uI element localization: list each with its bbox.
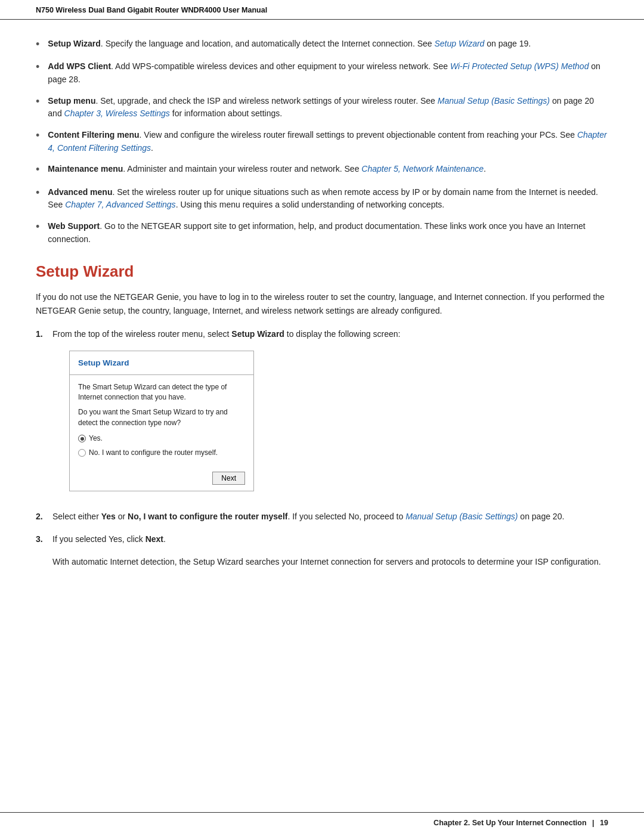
step3-sub-paragraph: With automatic Internet detection, the S… xyxy=(52,556,608,569)
step-number: 2. xyxy=(36,510,47,524)
bullet-bold: Add WPS Client xyxy=(48,61,111,71)
footer-right: Chapter 2. Set Up Your Internet Connecti… xyxy=(434,819,608,827)
list-item: • Content Filtering menu. View and confi… xyxy=(36,129,608,154)
step-text: From the top of the wireless router menu… xyxy=(52,328,608,501)
bullet-text: Advanced menu. Set the wireless router u… xyxy=(48,186,608,212)
bullet-bold: Web Support xyxy=(48,221,100,231)
radio-no-icon[interactable] xyxy=(78,449,86,457)
setup-wizard-link[interactable]: Setup Wizard xyxy=(434,39,484,48)
bullet-text: Maintenance menu. Administer and maintai… xyxy=(48,163,608,176)
step-number: 3. xyxy=(36,533,47,546)
next-button[interactable]: Next xyxy=(212,472,245,485)
list-item: • Setup Wizard. Specify the language and… xyxy=(36,38,608,52)
footer-page: 19 xyxy=(600,819,608,827)
list-item: • Setup menu. Set, upgrade, and check th… xyxy=(36,95,608,120)
next-bold: Next xyxy=(145,534,163,544)
wps-method-link[interactable]: Wi-Fi Protected Setup (WPS) Method xyxy=(450,61,589,71)
bullet-dot: • xyxy=(36,219,39,234)
list-item: • Web Support. Go to the NETGEAR support… xyxy=(36,220,608,246)
bullet-dot: • xyxy=(36,60,39,75)
bullet-text: Content Filtering menu. View and configu… xyxy=(48,129,608,154)
wizard-para2: Do you want the Smart Setup Wizard to tr… xyxy=(78,407,245,428)
bullet-list: • Setup Wizard. Specify the language and… xyxy=(36,38,608,246)
numbered-list-item: 2. Select either Yes or No, I want to co… xyxy=(36,510,608,524)
section-title: Setup Wizard xyxy=(36,262,608,281)
bullet-text: Setup Wizard. Specify the language and l… xyxy=(48,38,608,51)
bullet-bold: Maintenance menu xyxy=(48,164,123,174)
page-header: N750 Wireless Dual Band Gigabit Router W… xyxy=(0,0,644,20)
wizard-para1: The Smart Setup Wizard can detect the ty… xyxy=(78,382,245,403)
page-container: N750 Wireless Dual Band Gigabit Router W… xyxy=(0,0,644,833)
manual-setup-link[interactable]: Manual Setup (Basic Settings) xyxy=(438,96,550,106)
page-content: • Setup Wizard. Specify the language and… xyxy=(0,20,644,812)
radio-yes-icon[interactable] xyxy=(78,435,86,442)
bullet-bold: Advanced menu xyxy=(48,187,112,197)
bullet-dot: • xyxy=(36,162,39,177)
wizard-footer: Next xyxy=(70,467,253,491)
bullet-dot: • xyxy=(36,37,39,52)
manual-setup-link2[interactable]: Manual Setup (Basic Settings) xyxy=(405,512,518,521)
step-number: 1. xyxy=(36,328,47,341)
step-text: Select either Yes or No, I want to confi… xyxy=(52,510,608,524)
list-item: • Advanced menu. Set the wireless router… xyxy=(36,186,608,212)
wireless-settings-link[interactable]: Chapter 3, Wireless Settings xyxy=(64,109,170,118)
bullet-dot: • xyxy=(36,94,39,109)
radio-yes-label: Yes. xyxy=(89,433,103,444)
wizard-box-body: The Smart Setup Wizard can detect the ty… xyxy=(70,375,253,467)
bullet-text: Add WPS Client. Add WPS-compatible wirel… xyxy=(48,60,608,86)
numbered-list: 1. From the top of the wireless router m… xyxy=(36,328,608,546)
step-bold: Setup Wizard xyxy=(231,329,284,339)
network-maintenance-link[interactable]: Chapter 5, Network Maintenance xyxy=(361,164,484,174)
wizard-box: Setup Wizard The Smart Setup Wizard can … xyxy=(69,351,254,492)
radio-no-label: No. I want to configure the router mysel… xyxy=(89,447,218,459)
no-bold: No, I want to configure the router mysel… xyxy=(128,512,287,521)
list-item: • Maintenance menu. Administer and maint… xyxy=(36,163,608,177)
numbered-list-item: 1. From the top of the wireless router m… xyxy=(36,328,608,501)
footer-chapter: Chapter 2. Set Up Your Internet Connecti… xyxy=(434,819,587,827)
list-item: • Add WPS Client. Add WPS-compatible wir… xyxy=(36,60,608,86)
bullet-dot: • xyxy=(36,128,39,143)
radio-no-row: No. I want to configure the router mysel… xyxy=(78,447,245,459)
numbered-list-item: 3. If you selected Yes, click Next. xyxy=(36,533,608,546)
bullet-bold: Setup menu xyxy=(48,96,95,106)
bullet-text: Web Support. Go to the NETGEAR support s… xyxy=(48,220,608,246)
bullet-text: Setup menu. Set, upgrade, and check the … xyxy=(48,95,608,120)
footer-pipe: | xyxy=(592,819,595,827)
intro-paragraph: If you do not use the NETGEAR Genie, you… xyxy=(36,290,608,317)
page-footer: Chapter 2. Set Up Your Internet Connecti… xyxy=(0,812,644,833)
wizard-box-title: Setup Wizard xyxy=(70,351,253,375)
yes-bold: Yes xyxy=(101,512,116,521)
bullet-bold: Content Filtering menu xyxy=(48,130,139,140)
bullet-dot: • xyxy=(36,185,39,200)
step-text: If you selected Yes, click Next. xyxy=(52,533,608,546)
bullet-bold: Setup Wizard xyxy=(48,39,101,48)
header-title: N750 Wireless Dual Band Gigabit Router W… xyxy=(36,6,267,14)
radio-yes-row: Yes. xyxy=(78,433,245,444)
advanced-settings-link[interactable]: Chapter 7, Advanced Settings xyxy=(65,200,176,209)
